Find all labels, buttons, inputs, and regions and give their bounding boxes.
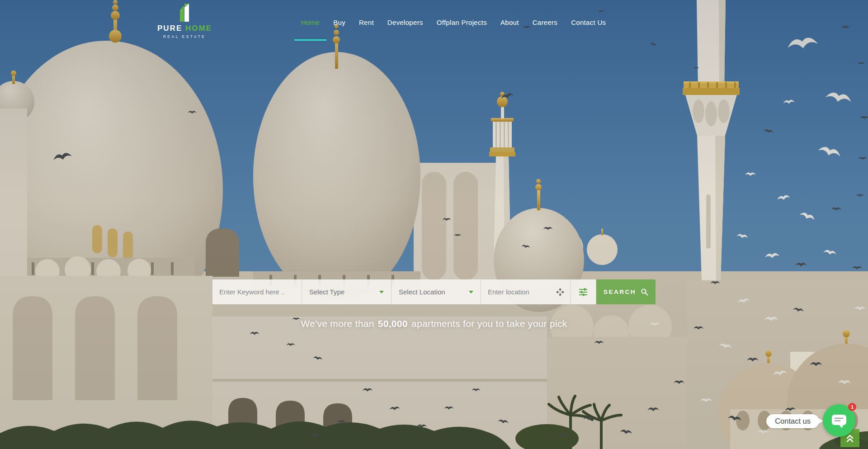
- advanced-filters-button[interactable]: [571, 279, 596, 304]
- nav-item-contact-us[interactable]: Contact Us: [571, 19, 606, 26]
- hero-section: PURE HOME REAL ESTATE Home Buy Rent Deve…: [0, 0, 868, 449]
- hero-subtitle-prefix: We've more than: [301, 318, 374, 329]
- hero-subtitle-suffix: apartments for you to take your pick: [411, 318, 567, 329]
- location-select[interactable]: Select Location: [392, 279, 481, 304]
- caret-down-icon: [379, 291, 384, 293]
- caret-down-icon: [469, 291, 473, 293]
- double-chevron-up-icon: [845, 434, 854, 443]
- nav-item-offplan-projects[interactable]: Offplan Projects: [437, 19, 487, 26]
- search-button-label: SEARCH: [604, 288, 636, 295]
- brand-logo-icon: [179, 2, 190, 22]
- main-nav: Home Buy Rent Developers Offplan Project…: [301, 0, 606, 44]
- nav-item-developers[interactable]: Developers: [387, 19, 423, 26]
- chat-label-text: Contact us: [775, 417, 811, 425]
- brand-name-primary: PURE: [157, 24, 182, 33]
- nav-item-about[interactable]: About: [500, 19, 519, 26]
- magnifier-icon: [641, 288, 648, 296]
- chat-label[interactable]: Contact us: [766, 414, 819, 428]
- nav-item-buy[interactable]: Buy: [333, 19, 345, 26]
- brand-subtitle: REAL ESTATE: [157, 34, 212, 39]
- type-select-value: Select Type: [302, 288, 344, 296]
- hero-subtitle: We've more than 50,000 apartments for yo…: [0, 318, 868, 329]
- chat-bubble-icon: [830, 413, 848, 428]
- keyword-input[interactable]: [212, 279, 302, 304]
- hero-subtitle-count: 50,000: [378, 318, 408, 329]
- location-select-value: Select Location: [392, 288, 445, 296]
- brand-logo[interactable]: PURE HOME REAL ESTATE: [157, 2, 212, 39]
- chat-notification-badge: 1: [848, 403, 856, 411]
- type-select[interactable]: Select Type: [302, 279, 392, 304]
- chat-button[interactable]: 1: [823, 404, 855, 437]
- nav-item-home[interactable]: Home: [301, 19, 320, 26]
- sliders-filter-icon: [579, 288, 588, 297]
- search-button[interactable]: SEARCH: [596, 279, 656, 304]
- crosshair-locate-icon[interactable]: [556, 288, 564, 296]
- hero-background-image: [0, 0, 868, 449]
- nav-item-careers[interactable]: Careers: [533, 19, 557, 26]
- keyword-field: [212, 279, 302, 304]
- location-field: [481, 279, 571, 304]
- property-search-bar: Select Type Select Location: [212, 279, 656, 304]
- brand-name: PURE HOME: [157, 24, 212, 33]
- nav-item-rent[interactable]: Rent: [359, 19, 374, 26]
- brand-name-accent: HOME: [185, 24, 212, 33]
